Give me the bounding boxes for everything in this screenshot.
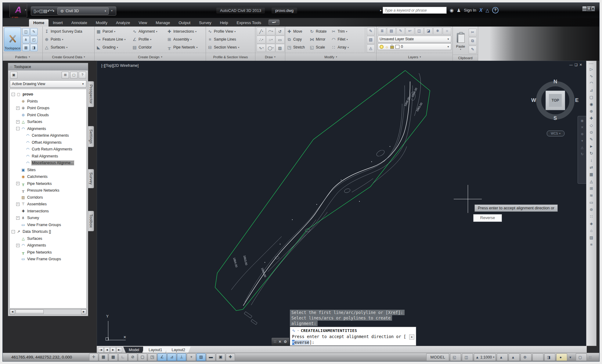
minimize-button[interactable]: — xyxy=(582,6,587,11)
tree-item[interactable]: + ◠ Alignments xyxy=(10,242,86,249)
ribbon-button[interactable]: ◱Scale xyxy=(309,43,328,51)
cmd-grip[interactable]: ∷ xyxy=(274,340,276,344)
new-file-button[interactable]: ▯ xyxy=(34,9,36,13)
viewport-label[interactable]: [-][Top][2D Wireframe] xyxy=(101,63,139,68)
panel-label[interactable]: Draw▾ xyxy=(255,53,285,61)
modify-extra-button[interactable]: ◬ xyxy=(367,45,375,52)
object-snap-tracking-toggle[interactable]: ∠ xyxy=(157,353,167,361)
tree-item[interactable]: ▭ View Frame Groups xyxy=(10,222,86,229)
annotation-visibility-button[interactable]: ▲ xyxy=(497,353,508,361)
annotation-scale-button[interactable]: ▲ 1:1000 ▾ xyxy=(474,353,496,361)
viewcube-west[interactable]: W xyxy=(531,97,536,103)
tool-icon[interactable]: ✚ xyxy=(587,115,595,122)
toolspace-tab[interactable]: Toolbox xyxy=(88,211,94,231)
tree-item[interactable]: ▭ View Frame Groups xyxy=(10,256,86,263)
tree-item[interactable]: - ◠ Alignments xyxy=(10,125,86,132)
toolspace-tab[interactable]: Prospector xyxy=(88,81,94,107)
polar-tracking-toggle[interactable]: ⊘ xyxy=(128,353,137,361)
layer-tool-button[interactable]: ↩ xyxy=(406,27,414,35)
ghost-tool-icon[interactable]: ◉ xyxy=(581,119,584,123)
chevron-down-icon[interactable]: ▾ xyxy=(297,329,299,332)
toolspace-header[interactable]: ∷ Toolspace xyxy=(8,63,88,70)
tree-item[interactable]: ╥ Pressure Networks xyxy=(10,187,86,194)
toolspace-hscrollbar[interactable]: ◀ ▶ xyxy=(9,309,87,315)
tool-icon[interactable]: ◈ xyxy=(587,220,595,227)
ribbon-tab[interactable]: Home xyxy=(29,19,49,27)
draw-tool-button[interactable]: ◠▾ xyxy=(266,27,275,35)
alignment-centerline[interactable] xyxy=(243,81,410,306)
command-option-line[interactable]: Reverse]: xyxy=(290,340,416,345)
layer-dropdown[interactable]: ☼ 0▼ xyxy=(378,43,451,50)
ribbon-tab[interactable]: Express Tools xyxy=(232,19,265,27)
tree-item[interactable]: ⊕ Points xyxy=(10,98,86,105)
tree-item[interactable]: ◠ Miscellaneous Alignme... xyxy=(10,160,86,167)
quick-properties-toggle[interactable]: ▬ xyxy=(206,353,215,361)
viewcube-south[interactable]: S xyxy=(553,115,557,121)
tree-expand-toggle[interactable]: + xyxy=(16,106,20,110)
ribbon-button[interactable]: ↝Feature Line▾ xyxy=(96,35,132,43)
tree-item[interactable]: + ⋔ Survey xyxy=(10,214,86,222)
command-scroll-up-button[interactable]: ▲ xyxy=(409,334,414,340)
tool-icon[interactable]: ▷ xyxy=(587,66,595,73)
tool-icon[interactable]: ∿ xyxy=(587,73,595,80)
tool-icon[interactable]: ◬ xyxy=(587,178,595,185)
ribbon-button[interactable]: ∠Profile▾ xyxy=(132,35,167,43)
reverse-option-button[interactable]: Reverse xyxy=(473,214,502,222)
ghost-tool-icon[interactable]: ◬ xyxy=(581,146,583,150)
tree-item[interactable]: + ╥ Pipe Networks xyxy=(10,180,86,187)
clipboard-tool-button[interactable]: ✎ xyxy=(469,46,477,54)
ribbon-button[interactable]: ◳Stretch xyxy=(287,43,306,51)
scroll-left-button[interactable]: ◀ xyxy=(10,309,15,314)
ribbon-tab[interactable]: Modify xyxy=(92,19,112,27)
tree-expand-toggle[interactable]: + xyxy=(16,120,20,124)
palette-toggle-button[interactable]: ⋔ xyxy=(22,36,30,43)
layer-tool-button[interactable]: ≣ xyxy=(378,27,386,35)
ghost-tool-icon[interactable]: ⊕ xyxy=(581,132,583,136)
application-menu-button[interactable]: A ▾ xyxy=(9,3,27,17)
layer-tool-button[interactable]: ○ xyxy=(443,27,451,35)
drawing-status-button[interactable]: ● xyxy=(556,353,567,361)
open-file-button[interactable]: ▱ xyxy=(36,9,39,13)
tree-item[interactable]: ✚ Intersections xyxy=(10,208,86,215)
sign-in-button[interactable]: Sign In xyxy=(464,8,476,13)
ribbon-button[interactable]: ⊞Assembly▾ xyxy=(167,35,204,43)
panel-label[interactable]: Layers▾ xyxy=(377,53,452,61)
workspace-switching-button[interactable]: ⚙ xyxy=(521,353,532,361)
layout-tab-nav-button[interactable]: ▶ xyxy=(110,347,116,353)
ribbon-tab[interactable]: Survey xyxy=(195,19,215,27)
tree-item[interactable]: + ⊤ Assemblies xyxy=(10,201,86,208)
tree-item[interactable]: ◠ Centerline Alignments xyxy=(10,132,86,139)
tree-expand-toggle[interactable]: - xyxy=(16,127,20,130)
palette-toggle-button[interactable]: ◫ xyxy=(22,28,30,35)
grid-display-toggle[interactable]: ▩ xyxy=(109,353,118,361)
search-input[interactable] xyxy=(383,7,447,14)
snap-mode-toggle[interactable]: ▦ xyxy=(99,353,108,361)
search-expand-icon[interactable]: ▸ xyxy=(380,9,382,12)
save-button[interactable]: ◫ xyxy=(39,9,43,13)
draw-tool-button[interactable]: ◯▾ xyxy=(266,44,275,52)
workspace-dropdown[interactable]: ⚙ Civil 3D ▾ xyxy=(57,7,109,15)
draw-tool-button[interactable]: ▨ xyxy=(276,44,285,52)
layer-tool-button[interactable]: ◪ xyxy=(424,27,433,35)
palette-toggle-button[interactable]: ◨ xyxy=(30,44,38,51)
ribbon-button[interactable]: ⊟Section Views▾ xyxy=(207,43,254,51)
ribbon-button[interactable]: △Surfaces▾ xyxy=(44,43,93,51)
layout-tab[interactable]: Model xyxy=(123,347,145,353)
toolspace-button[interactable]: Toolspace xyxy=(4,27,21,51)
item-view-toggle[interactable]: ▣ xyxy=(10,72,17,78)
panorama-toggle[interactable]: ▢ xyxy=(70,72,78,78)
3d-object-snap-toggle[interactable]: ◳ xyxy=(148,353,157,361)
tree-expand-toggle[interactable]: + xyxy=(16,203,20,206)
ribbon-button[interactable]: ▤Corridor xyxy=(132,43,167,51)
tool-icon[interactable]: ◉ xyxy=(587,101,595,108)
tool-icon[interactable]: ≋ xyxy=(587,192,595,199)
ghost-tool-icon[interactable]: ✕ xyxy=(581,125,583,129)
ribbon-tab[interactable]: Manage xyxy=(151,19,174,27)
tree-item[interactable]: ╥ Pipe Networks xyxy=(10,249,86,256)
tree-item[interactable]: ◉ Catchments xyxy=(10,173,86,180)
ribbon-tab[interactable]: Annotate xyxy=(67,19,92,27)
layout-tab[interactable]: Layout1 xyxy=(143,347,168,353)
tree-item[interactable]: ⊚ Point Clouds xyxy=(10,112,86,119)
ghost-tool-icon[interactable]: ↻ xyxy=(581,152,583,156)
help-button[interactable]: ? xyxy=(79,72,86,78)
